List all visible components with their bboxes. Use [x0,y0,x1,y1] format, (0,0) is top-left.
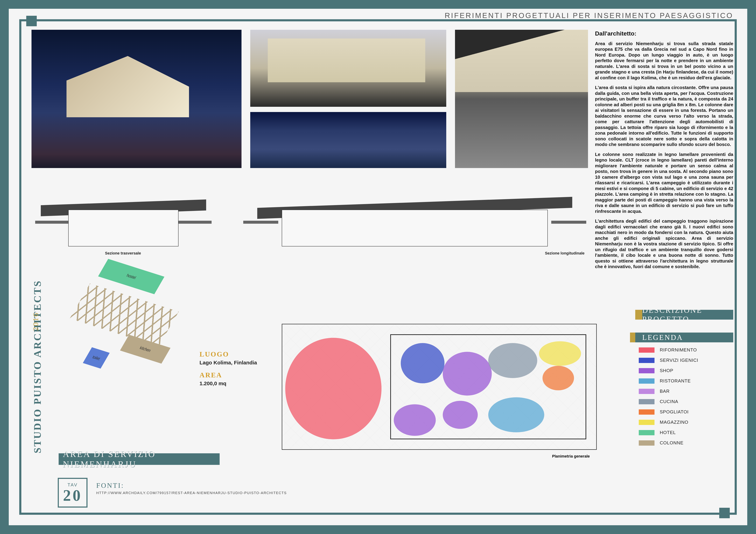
photo-road-night [250,112,446,168]
area-value: 1.200,0 mq [200,381,269,387]
legend-label: SHOP [660,368,673,373]
legend-swatch [639,430,655,435]
legend-label: MAGAZZINO [660,419,688,425]
legend-swatch [639,409,655,414]
page: RIFERIMENTI PROGETTUALI PER INSERIMENTO … [9,9,747,525]
legend-row: HOTEL [630,430,733,435]
legend-row: CUCINA [630,399,733,404]
photo-main-night [32,30,241,168]
plan-label: Planimetria generale [552,454,590,459]
legend-row: SHOP [630,368,733,373]
text-p3: Le colonne sono realizzate in legno lame… [595,151,733,214]
fonti-url: HTTP://WWW.ARCHDAILY.COM/799157/REST-ARE… [96,491,287,495]
legend-swatch [639,358,655,363]
axon-toilet: toilet [83,347,110,369]
description-band-label: DESCRIZIONE PROGETTO [642,306,730,324]
legend-label: RIFORNIMENTO [660,347,697,353]
project-title: AREA DI SERVIZIO NIEMENHARJU [63,449,215,469]
corner-br [719,508,730,518]
section-transverse: Sezione trasversale [32,180,215,254]
legend-label: COLONNE [660,440,684,446]
legend-label: CUCINA [660,399,678,404]
axon-column-grid [70,283,179,347]
legend-swatch [639,441,655,446]
zone-rifornimento [285,338,382,439]
section-longitudinal: Sezione longitudinale [240,180,590,254]
legend-row: MAGAZZINO [630,419,733,425]
text-heading: Dall'architetto: [595,30,733,37]
legend-row: COLONNE [630,440,733,446]
side-studio-label: STUDIO PUISTO ARCHITECTS [32,280,43,453]
zone-hotel [543,366,574,390]
photo-canopy-detail [250,30,446,107]
description-text: Dall'architetto: Area di servizio Niemen… [595,30,733,274]
legend-label: RISTORANTE [660,378,691,384]
luogo-value: Lago Kolima, Finlandia [200,360,269,366]
legend-label: SERVIZI IGENICI [660,358,698,363]
legend-swatch [639,420,655,425]
side-year-label: 2016 [32,312,40,331]
legend-swatch [639,347,655,353]
section-longitudinal-label: Sezione longitudinale [545,251,584,255]
legend-label: SPOGLIATOI [660,409,688,414]
photo-walkway [455,30,588,168]
section-transverse-label: Sezione trasversale [105,251,141,255]
tav-box: TAV 20 [58,478,88,508]
legend-swatch [639,378,655,384]
zone-cucina [443,401,478,429]
zone-ristorante2 [488,397,544,432]
text-p2: L'area di sosta si ispira alla natura ci… [595,85,733,147]
frame-bottom [19,513,737,515]
legend-label: BAR [660,388,669,394]
project-title-band: AREA DI SERVIZIO NIEMENHARJU [59,453,220,465]
legend-swatch [639,389,655,394]
axonometric-diagram: hostel kitchen toilet [54,262,203,385]
header-title: RIFERIMENTI PROGETTUALI PER INSERIMENTO … [445,12,733,20]
fonti-label: FONTI: [96,481,287,490]
zone-servizi [401,343,445,383]
legend-title: LEGENDA [642,333,683,342]
legend-label: HOTEL [660,430,676,435]
info-block: LUOGO Lago Kolima, Finlandia AREA 1.200,… [200,345,269,387]
legend-row: RIFORNIMENTO [630,347,733,353]
fonti-block: FONTI: HTTP://WWW.ARCHDAILY.COM/799157/R… [96,481,287,495]
legend-row: SPOGLIATOI [630,409,733,414]
legend-row: RISTORANTE [630,378,733,384]
corner-tl [26,16,37,26]
legend-row: BAR [630,388,733,394]
floor-plan: Planimetria generale [282,324,597,450]
frame-left [19,19,21,515]
frame-right [735,19,737,515]
text-p4: L'architettura degli edifici del campegg… [595,218,733,270]
luogo-label: LUOGO [200,350,269,358]
axon-hostel: hostel [98,259,165,294]
area-label: AREA [200,371,269,379]
legend-row: SERVIZI IGENICI [630,358,733,363]
legend-swatch [639,368,655,373]
zone-shop [443,352,492,395]
legend-head: LEGENDA [630,333,733,342]
legend-swatch [639,399,655,404]
zone-bar [394,404,436,436]
zone-ristorante [488,343,537,378]
text-p1: Area di servizio Niemenharju si trova su… [595,41,733,81]
description-band: DESCRIZIONE PROGETTO [635,310,733,320]
legend: LEGENDA RIFORNIMENTOSERVIZI IGENICISHOPR… [630,333,733,446]
tav-number: 20 [63,488,82,503]
zone-magazzino [539,341,581,366]
